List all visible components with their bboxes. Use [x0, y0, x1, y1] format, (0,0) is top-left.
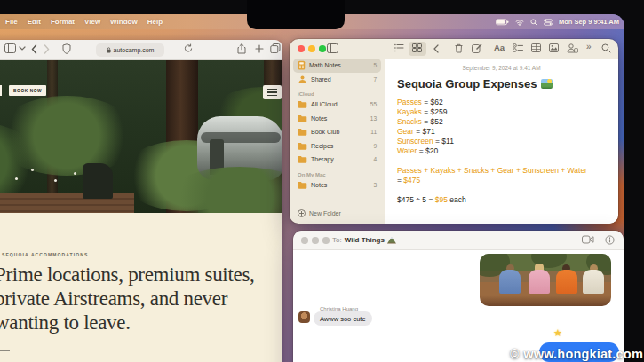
- photo-message[interactable]: [480, 254, 611, 306]
- search-icon[interactable]: [601, 43, 611, 53]
- shared-icon: [298, 75, 307, 83]
- sidebar-item-label: Book Club: [311, 129, 367, 135]
- media-icon[interactable]: [549, 43, 559, 52]
- sidebar-item-label: Recipes: [311, 143, 370, 149]
- shield-icon[interactable]: [62, 43, 71, 54]
- sidebar-item-notes[interactable]: Notes13: [293, 112, 381, 126]
- minimize-button[interactable]: [312, 237, 319, 244]
- hamburger-icon[interactable]: [263, 85, 282, 99]
- chair: [83, 163, 113, 199]
- search-icon[interactable]: [530, 19, 537, 26]
- math-notes-icon: [298, 60, 306, 70]
- address-bar[interactable]: autocamp.com: [96, 43, 164, 57]
- menu-item-edit[interactable]: Edit: [28, 18, 41, 26]
- battery-icon[interactable]: [496, 19, 509, 26]
- sidebar-section-label: On My Mac: [298, 172, 377, 177]
- menu-item-format[interactable]: Format: [51, 18, 75, 26]
- overflow-icon[interactable]: »: [586, 42, 592, 52]
- close-button[interactable]: [298, 45, 305, 52]
- menu-item-window[interactable]: Window: [110, 18, 138, 26]
- lock-icon: [107, 47, 111, 53]
- folder-icon: [298, 100, 307, 108]
- note-line: Gear = $71: [397, 127, 606, 137]
- details-icon[interactable]: [605, 235, 615, 245]
- menu-item-file[interactable]: File: [5, 18, 18, 26]
- sidebar-item-count: 11: [370, 129, 377, 135]
- sidebar-item-count: 5: [373, 62, 377, 68]
- to-label: To:: [332, 236, 342, 244]
- link-fragment[interactable]: [0, 350, 10, 351]
- wifi-icon[interactable]: [515, 19, 524, 26]
- heading-line: Prime locations, premium suites,: [0, 263, 282, 287]
- forward-icon[interactable]: [44, 44, 50, 54]
- close-button[interactable]: [301, 237, 308, 244]
- folder-icon: [298, 128, 307, 136]
- note-line: = $475: [397, 176, 606, 185]
- trash-icon[interactable]: [455, 43, 463, 53]
- window-controls: [298, 45, 326, 52]
- page-eyebrow: SEQUOIA ACCOMMODATIONS: [2, 252, 88, 257]
- menu-clock[interactable]: Mon Sep 9 9:41 AM: [559, 18, 619, 26]
- sidebar-item-count: 9: [373, 143, 377, 149]
- new-tab-icon[interactable]: [255, 44, 264, 53]
- note-title: Sequoia Group Expenses: [397, 77, 618, 90]
- view-list-icon[interactable]: [394, 43, 404, 52]
- status-area: Mon Sep 9 9:41 AM: [496, 18, 624, 26]
- cutoff-button[interactable]: [0, 85, 2, 96]
- sidebar-icon[interactable]: [4, 43, 16, 53]
- collaborate-icon[interactable]: [567, 43, 578, 53]
- sidebar-item-therapy[interactable]: Therapy4: [293, 153, 381, 167]
- book-now-button[interactable]: BOOK NOW: [9, 85, 46, 96]
- minimize-button[interactable]: [308, 45, 315, 52]
- sidebar-item-recipes[interactable]: Recipes9: [293, 139, 381, 153]
- new-folder-button[interactable]: New Folder: [298, 209, 341, 217]
- notes-toolbar: Aa »: [290, 39, 618, 59]
- share-icon[interactable]: [237, 43, 246, 54]
- messages-window: To: Wild Things: [293, 231, 624, 362]
- avatar[interactable]: [298, 311, 310, 323]
- zoom-button[interactable]: [322, 237, 330, 244]
- compose-icon[interactable]: [472, 43, 482, 53]
- sidebar-item-math-notes[interactable]: Math Notes5: [293, 59, 381, 73]
- sidebar-item-count: 4: [373, 156, 377, 162]
- sparkle-emoji: ★: [553, 327, 562, 339]
- menu-item-view[interactable]: View: [84, 18, 100, 26]
- sidebar-item-all-icloud[interactable]: All iCloud55: [293, 98, 381, 112]
- sidebar-item-book-club[interactable]: Book Club11: [293, 125, 381, 139]
- page-heading: Prime locations, premium suites,private …: [0, 263, 282, 334]
- chevron-down-icon[interactable]: [19, 46, 26, 51]
- view-gallery-icon[interactable]: [412, 43, 422, 52]
- notes-window: Aa » Math Notes5Shared7iCloudAll iCloud5…: [290, 39, 618, 224]
- sidebar-toggle-icon[interactable]: [327, 43, 338, 53]
- hero-photo: BOOK NOW: [0, 60, 282, 213]
- landscape-emoji: [541, 79, 553, 89]
- table-icon[interactable]: [531, 43, 541, 52]
- sidebar-item-label: Notes: [311, 182, 370, 188]
- video-call-icon[interactable]: [582, 235, 594, 245]
- sidebar-section-label: iCloud: [298, 91, 377, 97]
- note-editor[interactable]: September 9, 2024 at 9:41 AM Sequoia Gro…: [385, 59, 618, 224]
- menu-item-help[interactable]: Help: [147, 18, 163, 26]
- tabs-icon[interactable]: [270, 43, 281, 53]
- sidebar-item-count: 3: [373, 182, 377, 188]
- note-line: Snacks = $52: [397, 117, 606, 127]
- control-center-icon[interactable]: [544, 19, 553, 26]
- sidebar-item-label: All iCloud: [311, 101, 367, 107]
- sidebar-item-notes[interactable]: Notes3: [293, 178, 381, 193]
- conversation-title: To: Wild Things: [332, 236, 396, 244]
- notes-sidebar: Math Notes5Shared7iCloudAll iCloud55Note…: [290, 59, 385, 224]
- menu-items: FileEditFormatViewWindowHelp: [0, 18, 163, 26]
- received-message: Awww soo cute: [314, 311, 372, 326]
- back-chevron-icon[interactable]: [433, 44, 439, 53]
- format-icon[interactable]: Aa: [494, 43, 505, 53]
- checklist-icon[interactable]: [513, 43, 523, 52]
- sidebar-item-label: Therapy: [311, 156, 370, 162]
- reload-icon[interactable]: [184, 43, 193, 53]
- back-icon[interactable]: [31, 44, 37, 54]
- sidebar-item-shared[interactable]: Shared7: [293, 73, 381, 87]
- group-name: Wild Things: [345, 236, 385, 244]
- folder-icon: [298, 142, 307, 150]
- plus-circle-icon: [298, 209, 306, 217]
- watermark: © www.hongkiat.com: [510, 347, 643, 361]
- zoom-button[interactable]: [319, 45, 326, 52]
